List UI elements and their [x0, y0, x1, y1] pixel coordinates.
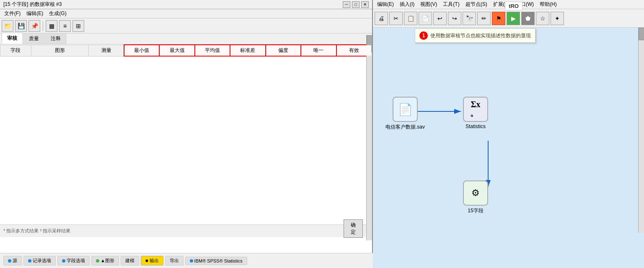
toolbar-grid-btn[interactable]: ⊞	[72, 20, 84, 32]
fields-node-icon: ⚙	[463, 180, 488, 206]
right-panel: 编辑(E) 插入(I) 视图(V) 工具(T) 超节点(S) 扩展(X) 窗口(…	[373, 0, 644, 268]
right-menu-help[interactable]: 帮助(H)	[537, 0, 559, 9]
dot-field	[62, 259, 65, 263]
right-menu-supernode[interactable]: 超节点(S)	[463, 0, 490, 9]
toolbar-sep-1	[43, 21, 43, 31]
menu-generate[interactable]: 生成(G)	[47, 9, 69, 18]
left-tab-bar: 审核 质量 注释	[0, 34, 372, 44]
col-header-chart: 图形	[31, 45, 88, 56]
bottom-tab-field[interactable]: 字段选项	[57, 256, 90, 265]
bottom-tab-output[interactable]: ■ 输出	[141, 256, 163, 265]
right-vertical-scrollbar[interactable]	[638, 28, 644, 233]
right-menu-view[interactable]: 视图(V)	[418, 0, 440, 9]
notification-bar: 1 使用数据审核节点也能实现描述性数据的显现	[415, 28, 535, 43]
minimize-button[interactable]: ─	[343, 1, 350, 8]
rt-print-btn[interactable]: 🖨	[375, 12, 388, 25]
rt-cut-btn[interactable]: ✂	[389, 12, 403, 25]
canvas-area[interactable]: 📄 电信客户数据.sav Σxn Statistics ⚙ 15字段	[373, 32, 644, 216]
left-menu-bar: 文件(F) 编辑(E) 生成(G)	[0, 9, 372, 18]
rt-search-btn[interactable]: 🔭	[463, 12, 476, 25]
toolbar-bars-btn[interactable]: ▦	[46, 20, 57, 32]
right-menu-insert[interactable]: 插入(I)	[397, 0, 417, 9]
left-bottom-bar: 源 记录选项 字段选项 ▲图形 建模 ■ 输出 导出 IBM® SPSS® St…	[0, 253, 373, 268]
tab-audit[interactable]: 审核	[2, 33, 23, 44]
rt-star-btn[interactable]: ☆	[536, 12, 549, 25]
confirm-button[interactable]: 确定	[344, 219, 363, 238]
rt-run-btn[interactable]: ▶	[507, 12, 520, 25]
left-window-title: [15 个字段] 的数据审核 #3	[3, 1, 343, 8]
dot-spss	[190, 259, 193, 263]
rt-undo-btn[interactable]: ↩	[433, 12, 447, 25]
col-header-unique: 唯一	[301, 45, 336, 56]
right-menu-tools[interactable]: 工具(T)	[440, 0, 462, 9]
toolbar-pin-btn[interactable]: 📌	[28, 20, 40, 32]
toolbar-save-btn[interactable]: 💾	[15, 20, 27, 32]
table-footer: * 指示多方式结果 ² 指示采样结果	[0, 224, 372, 237]
col-header-valid: 有效	[336, 45, 372, 56]
bottom-tab-export[interactable]: 导出	[165, 256, 184, 265]
toolbar-open-btn[interactable]: 📁	[2, 20, 13, 32]
footer-note: * 指示多方式结果 ² 指示采样结果	[3, 228, 70, 234]
col-header-min: 最小值	[124, 45, 159, 56]
dot-source	[8, 259, 11, 263]
notification-text: 使用数据审核节点也能实现描述性数据的显现	[430, 32, 531, 39]
stats-node-label: Statistics	[466, 124, 486, 129]
left-panel: [15 个字段] 的数据审核 #3 ─ □ ✕ 文件(F) 编辑(E) 生成(G…	[0, 0, 373, 268]
rt-copy-btn[interactable]: 📋	[404, 12, 417, 25]
rt-flag-btn[interactable]: ⚑	[492, 12, 505, 25]
col-header-measure: 测量	[89, 45, 124, 56]
window-controls: ─ □ ✕	[343, 1, 369, 8]
dot-chart	[96, 259, 99, 263]
fields-node[interactable]: ⚙ 15字段	[463, 180, 488, 214]
rt-redo-btn[interactable]: ↪	[448, 12, 461, 25]
fields-node-label: 15字段	[468, 207, 483, 214]
rt-edit2-btn[interactable]: ✏	[477, 12, 491, 25]
bottom-tab-source[interactable]: 源	[3, 256, 22, 265]
bottom-tab-record[interactable]: 记录选项	[23, 256, 56, 265]
right-toolbar: 🖨 ✂ 📋 📄 ↩ ↪ 🔭 ✏ ⚑ ▶ ⬟ ☆ ✦	[373, 9, 644, 28]
stats-node[interactable]: Σxn Statistics	[463, 97, 488, 129]
tro-badge: tRO	[505, 2, 522, 10]
menu-file[interactable]: 文件(F)	[2, 9, 23, 18]
col-header-std: 标准差	[230, 45, 265, 56]
close-button[interactable]: ✕	[361, 1, 369, 8]
stats-node-icon: Σxn	[463, 97, 488, 122]
rt-shape1-btn[interactable]: ⬟	[521, 12, 535, 25]
data-node-label: 电信客户数据.sav	[385, 124, 425, 131]
audit-table: 字段 图形 测量 最小值 最大值 平均	[0, 44, 372, 57]
data-node-icon: 📄	[393, 97, 418, 122]
rt-paste-btn[interactable]: 📄	[419, 12, 432, 25]
left-title-bar: [15 个字段] 的数据审核 #3 ─ □ ✕	[0, 0, 372, 9]
tab-quality[interactable]: 质量	[23, 33, 44, 44]
dot-record	[28, 259, 31, 263]
bottom-tab-spss[interactable]: IBM® SPSS® Statistics	[185, 257, 247, 265]
right-menu-edit[interactable]: 编辑(E)	[375, 0, 396, 9]
col-header-field: 字段	[0, 45, 31, 56]
notification-badge: 1	[419, 31, 428, 40]
maximize-button[interactable]: □	[352, 1, 360, 8]
data-node[interactable]: 📄 电信客户数据.sav	[385, 97, 425, 131]
col-header-max: 最大值	[159, 45, 194, 56]
menu-edit[interactable]: 编辑(E)	[24, 9, 46, 18]
tab-note[interactable]: 注释	[45, 33, 66, 44]
vertical-scrollbar[interactable]	[366, 35, 372, 240]
col-header-skew: 偏度	[266, 45, 301, 56]
left-toolbar: 📁 💾 📌 ▦ ≡ ⊞	[0, 18, 372, 34]
data-table-container: 字段 图形 测量 最小值 最大值 平均	[0, 44, 372, 224]
toolbar-list-btn[interactable]: ≡	[59, 20, 71, 32]
bottom-tab-chart[interactable]: ▲图形	[91, 256, 119, 265]
col-header-mean: 平均值	[195, 45, 230, 56]
rt-star2-btn[interactable]: ✦	[551, 12, 564, 25]
right-scrollbar-thumb[interactable]	[639, 28, 644, 40]
bottom-tab-model[interactable]: 建模	[121, 256, 139, 265]
